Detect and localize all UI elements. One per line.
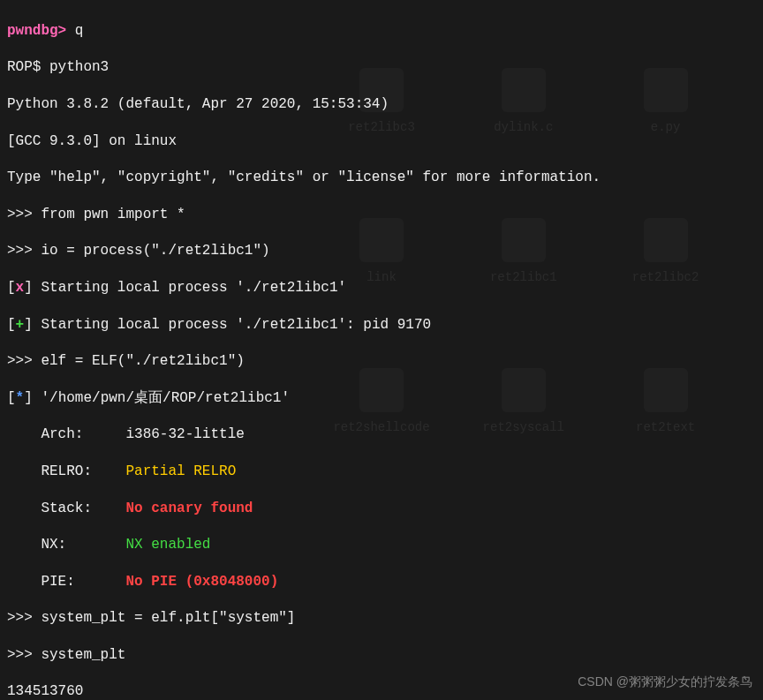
elf-relro: RELRO: Partial RELRO — [7, 463, 756, 481]
elf-stack: Stack: No canary found — [7, 500, 756, 518]
terminal-output[interactable]: pwndbg> q ROP$ python3 Python 3.8.2 (def… — [0, 0, 763, 700]
csdn-watermark: CSDN @粥粥粥少女的拧发条鸟 — [578, 674, 752, 689]
process-start-ok: [+] Starting local process './ret2libc1'… — [7, 316, 756, 335]
shell-prompt-line: ROP$ python3 — [7, 58, 756, 77]
pwndbg-prompt: pwndbg> — [7, 23, 75, 39]
elf-pie: PIE: No PIE (0x8048000) — [7, 573, 756, 591]
python-version: Python 3.8.2 (default, Apr 27 2020, 15:5… — [7, 95, 756, 114]
elf-nx: NX: NX enabled — [7, 536, 756, 554]
py-line: >>> elf = ELF("./ret2libc1") — [7, 352, 756, 371]
pwndbg-prompt-line: pwndbg> q — [7, 22, 756, 41]
elf-arch: Arch: i386-32-little — [7, 425, 756, 444]
elf-info: [*] '/home/pwn/桌面/ROP/ret2libc1' — [7, 389, 756, 408]
process-start-x: [x] Starting local process './ret2libc1' — [7, 279, 756, 297]
py-line: >>> system_plt = elf.plt["system"] — [7, 609, 756, 628]
py-line: >>> from pwn import * — [7, 206, 756, 224]
help-info: Type "help", "copyright", "credits" or "… — [7, 169, 756, 187]
py-line: >>> io = process("./ret2libc1") — [7, 242, 756, 260]
gcc-info: [GCC 9.3.0] on linux — [7, 132, 756, 151]
py-line: >>> system_plt — [7, 646, 756, 665]
